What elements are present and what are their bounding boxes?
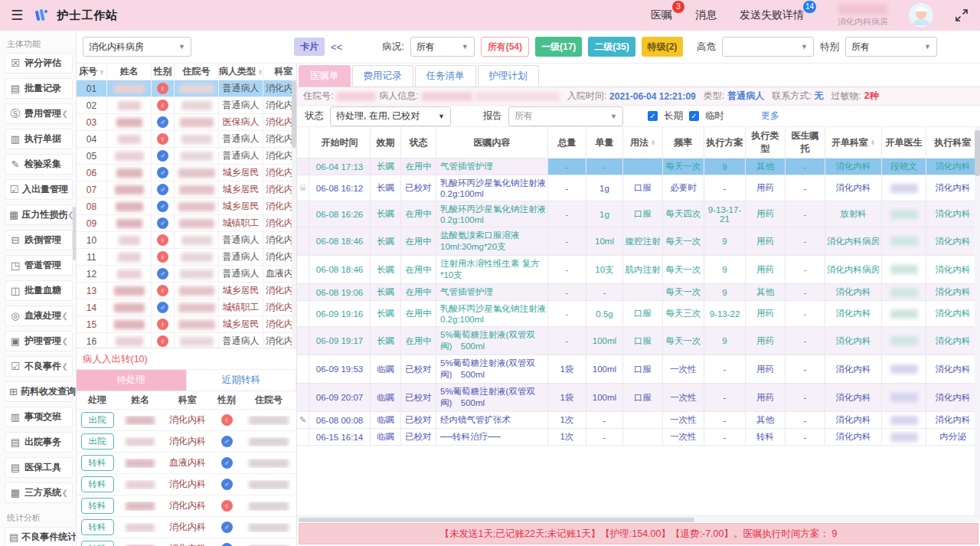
sidebar-item-药料收发查询[interactable]: ⊞药料收发查询	[5, 381, 73, 402]
filter-chip-special[interactable]: 特级(2)	[642, 37, 684, 57]
sidebar-item-评分评估[interactable]: ☒评分评估	[5, 53, 73, 74]
sidebar-item-跌倒管理[interactable]: ⊟跌倒管理	[5, 230, 73, 250]
sidebar-item-护理管理[interactable]: ▣护理管理❮	[5, 331, 73, 351]
order-row[interactable]: 06-08 19:06长嘱在用中气管插管护理--每天一次9其他-消化内科消化内科	[297, 284, 980, 301]
sort-icon[interactable]: ▲▼	[651, 139, 655, 145]
filter-chip-level1[interactable]: 一级(17)	[535, 37, 582, 57]
order-row[interactable]: ✎06-08 00:08临嘱已校对经内镜气管扩张术1次-一次性-其他-消化内科消…	[297, 412, 980, 429]
order-cell: 10ml	[586, 227, 623, 255]
transfer-button[interactable]: 转科	[81, 541, 114, 546]
bed-row-12[interactable]: 12♂普通病人血液内科	[77, 266, 296, 283]
bed-row-05[interactable]: 05♂普通病人消化内科	[77, 148, 296, 165]
filter-chip-all[interactable]: 所有(54)	[481, 37, 529, 57]
order-row[interactable]: 06-08 16:26长嘱在用中乳酸环丙沙星氯化钠注射液 0.2g:100ml-…	[297, 201, 980, 227]
discharge-button[interactable]: 出院	[81, 412, 114, 428]
fullscreen-icon[interactable]	[954, 8, 969, 23]
ward-select[interactable]: 消化内科病房▼	[83, 37, 191, 57]
bed-list-scrollbar[interactable]	[292, 80, 296, 348]
bed-row-16[interactable]: 16♀普通病人消化内科	[77, 333, 296, 348]
tab-fee-records[interactable]: 费用记录	[352, 65, 413, 87]
collapse-panel-button[interactable]: <<	[331, 41, 342, 53]
sidebar-item-三方系统[interactable]: ▦三方系统❮	[5, 482, 73, 503]
transfer-button[interactable]: 转科	[81, 476, 114, 492]
more-link[interactable]: 更多	[761, 110, 779, 123]
order-row[interactable]: 06-09 20:07临嘱已校对5%葡萄糖注射液(双管双阀) 500ml1袋10…	[297, 384, 980, 412]
status-multiselect[interactable]: 待处理, 在用, 已校对▼	[330, 106, 451, 126]
sidebar-item-label: 药料收发查询	[21, 385, 76, 398]
inout-tab-近期转科[interactable]: 近期转科	[187, 370, 297, 391]
orders-vertical-scrollbar[interactable]	[975, 127, 980, 515]
sidebar-item-管道管理[interactable]: ◳管道管理	[5, 255, 73, 276]
bed-row-09[interactable]: 09♂城镇职工消化内科	[77, 215, 296, 232]
redacted-text	[249, 480, 289, 489]
tab-care-plan[interactable]: 护理计划	[478, 65, 539, 87]
orders-horizontal-scrollbar[interactable]	[297, 515, 980, 522]
sidebar-item-血液处理[interactable]: ◎血液处理❮	[5, 306, 73, 326]
filter-chip-level2[interactable]: 二级(35)	[588, 37, 635, 57]
order-row[interactable]: 06-09 19:16长嘱在用中乳酸环丙沙星氯化钠注射液 0.2g:100ml-…	[297, 301, 980, 327]
order-row[interactable]: ⌸06-08 16:12长嘱已校对乳酸环丙沙星氯化钠注射液 0.2g:100ml…	[297, 175, 980, 201]
bed-row-07[interactable]: 07♂城乡居民消化内科	[77, 181, 296, 198]
condition-select[interactable]: 所有▼	[410, 37, 475, 57]
transfer-button[interactable]: 转科	[81, 498, 114, 514]
bed-row-11[interactable]: 11♀普通病人消化内科	[77, 249, 296, 266]
patient-type: 城乡居民	[219, 181, 263, 198]
tab-task-list[interactable]: 任务清单	[415, 65, 476, 87]
inout-tab-待处理[interactable]: 待处理	[77, 370, 187, 391]
nav-send-failures[interactable]: 发送失败详情 14	[738, 5, 805, 25]
redacted-text	[126, 416, 155, 425]
sidebar-item-检验采集[interactable]: ✎检验采集	[5, 154, 73, 175]
sidebar-scrollbar[interactable]	[73, 207, 76, 260]
bed-row-03[interactable]: 03♂医保病人消化内科	[77, 114, 296, 131]
high-risk-select[interactable]: ▼	[722, 37, 814, 57]
sort-icon[interactable]: ▲▼	[258, 69, 263, 75]
female-icon: ♀	[221, 500, 233, 512]
sidebar-item-事项交班[interactable]: ▥事项交班	[5, 407, 73, 427]
longterm-checkbox[interactable]: ✓	[648, 111, 658, 121]
sidebar-item-不良事件[interactable]: ☑不良事件❮	[5, 356, 73, 377]
nav-messages[interactable]: 消息	[694, 5, 718, 25]
sidebar-item-批量血糖[interactable]: ◫批量血糖	[5, 280, 73, 301]
card-view-button[interactable]: 卡片	[294, 38, 325, 56]
bed-row-08[interactable]: 08♂城乡居民消化内科	[77, 198, 296, 215]
sidebar-item-费用管理[interactable]: Ⓢ费用管理❮	[5, 103, 73, 124]
bed-row-06[interactable]: 06♂城乡居民消化内科	[77, 165, 296, 181]
order-row[interactable]: 06-08 18:46长嘱在用中盐酸氨溴索口服溶液 10ml:30mg*20支-…	[297, 227, 980, 256]
redacted-text	[890, 265, 918, 274]
sidebar-item-出院事务[interactable]: ▤出院事务	[5, 432, 73, 453]
bed-row-04[interactable]: 04♀普通病人消化内科	[77, 131, 296, 148]
sort-icon[interactable]: ▲▼	[100, 69, 104, 75]
bed-row-13[interactable]: 13♀城乡居民消化内科	[77, 283, 296, 299]
tab-order-sheet[interactable]: 医嘱单	[299, 65, 351, 87]
sidebar-item-执行单据[interactable]: ▥执行单据	[5, 129, 73, 149]
sort-icon[interactable]: ▲▼	[871, 139, 875, 145]
patient-name	[107, 165, 152, 181]
order-row[interactable]: 06-08 18:46长嘱在用中注射用水溶性维生素 复方*10支-10支肌内注射…	[297, 256, 980, 284]
sidebar-item-入出量管理[interactable]: ☑入出量管理	[5, 179, 73, 200]
special-select[interactable]: 所有▼	[845, 37, 937, 57]
order-row[interactable]: 06-15 16:14临嘱已校对──转科治疗──1次-一次性-转科-消化内科内分…	[297, 429, 980, 446]
sidebar-item-不良事件统计[interactable]: ▤不良事件统计	[5, 527, 73, 546]
discharge-button[interactable]: 出院	[81, 433, 114, 450]
transfer-button[interactable]: 转科	[81, 519, 114, 535]
failures-badge: 14	[803, 1, 816, 13]
order-row[interactable]: 06-04 17:13长嘱在用中气管插管护理--每天一次9其他-消化内科段晓文消…	[297, 159, 980, 175]
order-row[interactable]: 06-09 19:17长嘱在用中5%葡萄糖注射液(双管双阀) 500ml-100…	[297, 327, 980, 355]
hamburger-menu-icon[interactable]: ☰	[11, 7, 23, 24]
sidebar-item-批量记录[interactable]: ▤批量记录	[5, 78, 73, 99]
nav-medical-orders[interactable]: 医嘱 3	[649, 5, 674, 25]
report-select[interactable]: 所有▼	[508, 106, 623, 126]
order-row[interactable]: 06-09 19:53临嘱已校对5%葡萄糖注射液(双管双阀) 500ml1袋10…	[297, 355, 980, 384]
bed-row-02[interactable]: 02♀普通病人消化内科	[77, 97, 296, 114]
sidebar-item-医保工具[interactable]: ▤医保工具	[5, 457, 73, 478]
bed-row-10[interactable]: 10♀普通病人消化内科	[77, 232, 296, 249]
bed-row-15[interactable]: 15♀城乡居民消化内科	[77, 316, 296, 333]
bed-row-01[interactable]: 01♀普通病人消化内科	[77, 80, 296, 97]
bed-row-14[interactable]: 14♂城镇职工消化内科	[77, 299, 296, 316]
sidebar-item-压力性损伤[interactable]: ▦压力性损伤❮	[5, 204, 73, 225]
hospital-number	[175, 266, 219, 282]
temporary-checkbox[interactable]: ✓	[689, 111, 699, 121]
order-cell: 每天一次	[663, 327, 704, 355]
transfer-button[interactable]: 转科	[81, 455, 114, 471]
redacted-text	[890, 365, 918, 374]
